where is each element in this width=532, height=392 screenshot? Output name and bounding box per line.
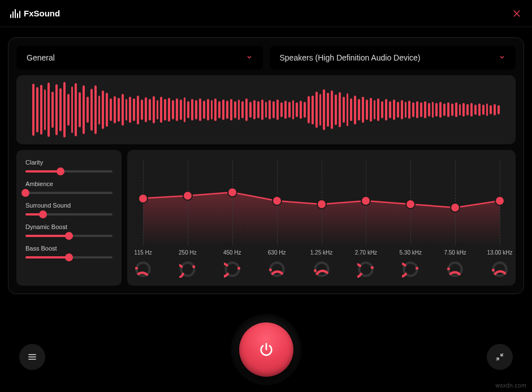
eq-knob[interactable] <box>491 261 508 278</box>
eq-gridline <box>143 160 144 245</box>
waveform-bar <box>145 97 147 123</box>
waveform-bar <box>83 85 85 135</box>
main-card: General Speakers (High Definition Audio … <box>8 37 524 294</box>
slider-bass-boost: Bass Boost <box>25 245 113 259</box>
slider-track[interactable] <box>25 256 113 259</box>
svg-point-4 <box>135 267 138 270</box>
waveform-bar <box>358 99 360 121</box>
waveform-bar <box>261 100 263 120</box>
waveform-bar <box>230 99 232 121</box>
eq-knob[interactable] <box>357 261 374 278</box>
eq-gridline <box>188 160 188 245</box>
slider-thumb[interactable] <box>57 167 64 175</box>
eq-node[interactable] <box>362 197 370 205</box>
svg-point-12 <box>314 269 317 272</box>
slider-thumb[interactable] <box>39 210 47 218</box>
waveform-bar <box>164 99 166 120</box>
waveform-bar <box>90 89 93 130</box>
waveform-bar <box>319 94 322 126</box>
eq-node[interactable] <box>496 197 504 205</box>
eq-knob[interactable] <box>447 261 464 278</box>
eq-node[interactable] <box>451 204 459 212</box>
slider-label: Ambience <box>25 180 113 187</box>
waveform-bar <box>486 104 488 115</box>
waveform-bar <box>362 97 364 123</box>
waveform-bar <box>32 84 34 136</box>
waveform-visualizer <box>16 75 516 144</box>
waveform-bar <box>214 98 217 121</box>
power-button[interactable] <box>239 322 293 377</box>
waveform-bar <box>153 96 155 124</box>
waveform-bar <box>339 92 341 127</box>
waveform-bar <box>377 98 379 122</box>
waveform-bar <box>102 91 104 128</box>
svg-point-20 <box>492 269 495 272</box>
slider-thumb[interactable] <box>65 232 73 240</box>
eq-knob[interactable] <box>224 261 241 278</box>
eq-node[interactable] <box>184 192 192 200</box>
waveform-bar <box>71 87 73 133</box>
eq-knob[interactable] <box>179 261 196 278</box>
slider-thumb[interactable] <box>21 189 29 197</box>
app-logo: FxSound <box>10 8 60 18</box>
eq-node[interactable] <box>318 200 326 208</box>
eq-knob[interactable] <box>402 261 419 278</box>
eq-node[interactable] <box>406 200 414 208</box>
waveform-bar <box>296 102 298 117</box>
slider-track[interactable] <box>25 192 113 194</box>
waveform-bar <box>432 102 434 118</box>
eq-band-label: 7.50 kHz <box>438 249 472 256</box>
waveform-bar <box>114 96 116 124</box>
waveform-bar <box>308 96 310 124</box>
waveform-bar <box>416 101 418 119</box>
waveform-bar <box>195 100 197 120</box>
waveform-bar <box>284 101 287 119</box>
waveform-bar <box>187 101 189 119</box>
waveform-bar <box>381 101 383 119</box>
waveform-bar <box>160 97 162 123</box>
waveform-bar <box>36 87 38 132</box>
slider-track[interactable] <box>25 213 113 216</box>
waveform-bar <box>292 100 295 120</box>
minimize-button[interactable] <box>487 344 513 370</box>
waveform-bar <box>47 83 50 137</box>
waveform-bar <box>122 94 124 126</box>
menu-button[interactable] <box>19 344 45 370</box>
eq-band-label: 2.70 kHz <box>349 249 383 256</box>
waveform-bar <box>347 93 349 126</box>
slider-label: Clarity <box>25 159 113 166</box>
eq-node[interactable] <box>228 188 236 196</box>
waveform-bar <box>265 102 267 118</box>
close-icon[interactable] <box>512 8 522 19</box>
slider-track[interactable] <box>25 170 113 173</box>
eq-knob[interactable] <box>135 261 152 278</box>
slider-track[interactable] <box>25 235 113 237</box>
waveform-bar <box>149 99 151 121</box>
waveform-bar <box>366 100 368 120</box>
waveform-bar <box>482 105 485 114</box>
waveform-bar <box>63 82 66 137</box>
waveform-bar <box>129 97 131 123</box>
waveform-bar <box>180 100 182 120</box>
eq-node[interactable] <box>273 197 281 205</box>
eq-knob[interactable] <box>269 261 286 278</box>
output-device-dropdown[interactable]: Speakers (High Definition Audio Device) <box>270 46 516 70</box>
waveform-bar <box>191 99 193 121</box>
slider-label: Dynamic Boost <box>25 223 113 230</box>
waveform-bar <box>494 104 496 115</box>
slider-thumb[interactable] <box>65 253 73 261</box>
waveform-bar <box>79 92 81 127</box>
svg-point-6 <box>192 265 195 268</box>
eq-node[interactable] <box>139 195 147 203</box>
preset-dropdown[interactable]: General <box>16 46 263 70</box>
waveform-bar <box>439 102 442 118</box>
eq-band-label: 630 Hz <box>260 249 294 256</box>
waveform-bar <box>44 89 46 130</box>
slider-label: Bass Boost <box>25 245 113 252</box>
power-button-ring <box>231 314 302 385</box>
waveform-bar <box>331 91 333 128</box>
eq-knob[interactable] <box>313 261 330 278</box>
waveform-bar <box>59 88 62 131</box>
eq-band-label: 1.25 kHz <box>305 249 339 256</box>
chevron-down-icon <box>499 54 505 62</box>
